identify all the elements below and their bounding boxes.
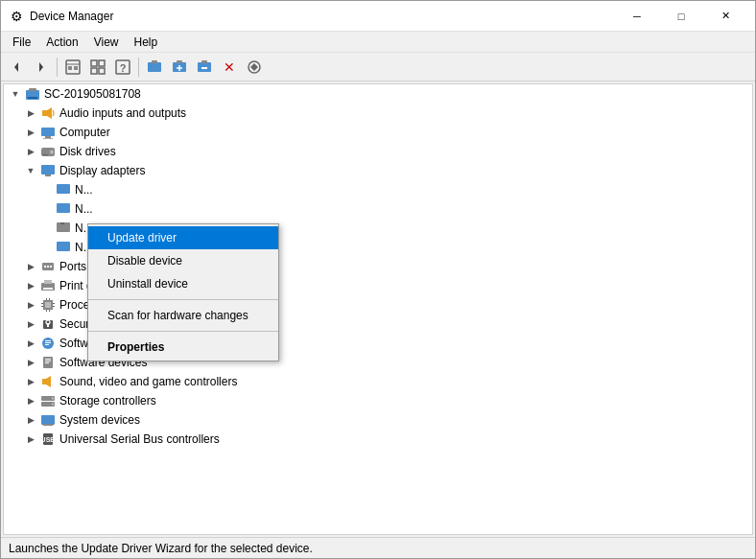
- toolbar-back[interactable]: [5, 56, 28, 79]
- tree-item-audio[interactable]: ▶ Audio inputs and outputs: [4, 104, 752, 123]
- svg-rect-68: [45, 362, 49, 363]
- context-menu-properties[interactable]: Properties: [88, 336, 278, 359]
- svg-marker-70: [46, 376, 51, 387]
- svg-rect-33: [42, 154, 48, 155]
- svg-rect-24: [29, 88, 36, 91]
- toolbar-remove[interactable]: [193, 56, 216, 79]
- svg-marker-0: [14, 62, 18, 72]
- tree-item-disk[interactable]: ▶ Disk drives: [4, 142, 752, 161]
- title-bar-controls: ─ □ ✕: [615, 1, 747, 32]
- dev2-expand[interactable]: [38, 201, 54, 217]
- svg-rect-55: [49, 298, 50, 300]
- disk-expand[interactable]: ▶: [23, 144, 38, 159]
- menu-file[interactable]: File: [5, 34, 38, 51]
- context-menu-update[interactable]: Update driver: [88, 226, 278, 249]
- usb-label: Universal Serial Bus controllers: [58, 432, 220, 446]
- svg-text:USB: USB: [41, 436, 56, 443]
- svg-rect-49: [45, 302, 51, 308]
- menu-action[interactable]: Action: [38, 34, 85, 51]
- system-expand[interactable]: ▶: [23, 412, 38, 428]
- svg-rect-28: [41, 128, 55, 136]
- svg-rect-67: [45, 361, 51, 361]
- tree-item-computer[interactable]: ▶ Computer: [4, 123, 752, 142]
- svg-rect-25: [28, 97, 37, 99]
- print-expand[interactable]: ▶: [23, 278, 38, 293]
- svg-rect-50: [41, 303, 43, 304]
- proc-expand[interactable]: ▶: [23, 297, 38, 313]
- svg-marker-27: [47, 107, 52, 119]
- audio-label: Audio inputs and outputs: [58, 106, 186, 120]
- svg-rect-37: [57, 203, 70, 213]
- svg-rect-46: [44, 280, 52, 284]
- disk-icon: [40, 144, 56, 159]
- dev2-label: N...: [73, 202, 93, 216]
- svg-rect-60: [47, 323, 49, 327]
- ports-icon: [40, 259, 56, 274]
- audio-icon: [40, 105, 56, 121]
- root-expand[interactable]: ▼: [8, 86, 23, 102]
- context-menu-uninstall[interactable]: Uninstall device: [88, 272, 278, 295]
- tree-item-system[interactable]: ▶ System devices: [4, 410, 752, 430]
- svg-marker-22: [250, 63, 258, 71]
- sound-expand[interactable]: ▶: [23, 374, 38, 389]
- tree-item-sound[interactable]: ▶ Sound, video and game controllers: [4, 372, 752, 391]
- svg-rect-51: [41, 306, 43, 307]
- toolbar-help[interactable]: ?: [111, 56, 134, 79]
- menu-bar: File Action View Help: [1, 32, 755, 53]
- dev4-expand[interactable]: [38, 240, 54, 255]
- tree-item-dev1[interactable]: N...: [4, 180, 752, 199]
- maximize-button[interactable]: □: [659, 1, 703, 32]
- tree-item-storage[interactable]: ▶ Storage controllers: [4, 391, 752, 410]
- minimize-button[interactable]: ─: [615, 1, 659, 32]
- toolbar-scan[interactable]: [243, 56, 266, 79]
- svg-rect-56: [46, 310, 47, 312]
- usb-expand[interactable]: ▶: [23, 431, 38, 447]
- toolbar-delete[interactable]: ✕: [218, 56, 241, 79]
- system-icon: [40, 412, 56, 428]
- svg-rect-7: [99, 60, 105, 66]
- security-expand[interactable]: ▶: [23, 316, 38, 332]
- svg-rect-53: [53, 306, 55, 307]
- audio-expand[interactable]: ▶: [23, 105, 38, 121]
- context-menu-scan[interactable]: Scan for hardware changes: [88, 304, 278, 327]
- toolbar-forward[interactable]: [30, 56, 53, 79]
- storage-expand[interactable]: ▶: [23, 393, 38, 408]
- svg-rect-57: [49, 310, 50, 312]
- tree-item-usb[interactable]: ▶ USB Universal Serial Bus controllers: [4, 430, 752, 449]
- sw-dev-expand[interactable]: ▶: [23, 355, 38, 370]
- svg-rect-47: [43, 288, 53, 290]
- dev1-expand[interactable]: [38, 182, 54, 198]
- close-button[interactable]: ✕: [703, 1, 747, 32]
- menu-view[interactable]: View: [86, 34, 127, 51]
- computer-icon: [40, 125, 56, 140]
- tree-item-dev2[interactable]: N...: [4, 199, 752, 219]
- toolbar-btn-3[interactable]: [143, 56, 166, 79]
- ports-expand[interactable]: ▶: [23, 259, 38, 274]
- svg-rect-63: [45, 342, 51, 343]
- disk-label: Disk drives: [58, 145, 116, 158]
- svg-rect-13: [152, 60, 157, 63]
- context-menu-sep: [88, 299, 278, 300]
- svg-rect-42: [44, 266, 46, 268]
- sw-dev-icon: [40, 355, 56, 370]
- tree-root[interactable]: ▼ SC-201905081708: [4, 84, 752, 104]
- svg-text:?: ?: [120, 62, 127, 74]
- sound-label: Sound, video and game controllers: [58, 375, 237, 388]
- root-icon: [25, 86, 40, 102]
- menu-help[interactable]: Help: [127, 34, 166, 51]
- tree-item-display[interactable]: ▼ Display adapters: [4, 161, 752, 180]
- display-expand[interactable]: ▼: [23, 163, 38, 178]
- toolbar-btn-1[interactable]: [61, 56, 84, 79]
- toolbar-btn-2[interactable]: [86, 56, 109, 79]
- dev4-icon: [56, 240, 71, 255]
- svg-rect-66: [45, 359, 51, 360]
- app-icon: ⚙: [9, 9, 24, 24]
- context-menu-disable[interactable]: Disable device: [88, 249, 278, 272]
- security-icon: [40, 316, 56, 332]
- svg-rect-54: [46, 298, 47, 300]
- sw-comp-expand[interactable]: ▶: [23, 336, 38, 351]
- computer-expand[interactable]: ▶: [23, 125, 38, 140]
- toolbar-btn-4[interactable]: [168, 56, 191, 79]
- svg-rect-64: [45, 344, 49, 345]
- dev3-expand[interactable]: [38, 221, 54, 236]
